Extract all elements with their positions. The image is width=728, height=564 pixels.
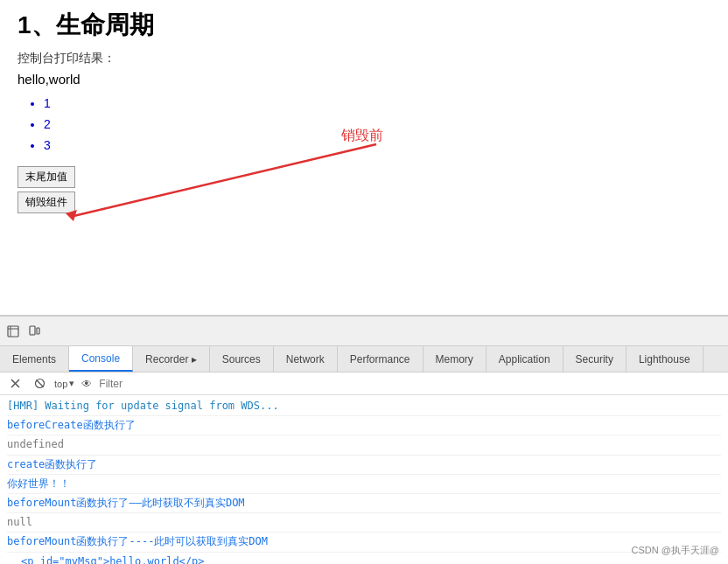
svg-rect-6 bbox=[37, 328, 39, 334]
console-line-5: beforeMount函数执行了——此时获取不到真实DOM bbox=[7, 494, 721, 513]
svg-point-7 bbox=[32, 333, 32, 334]
tab-security[interactable]: Security bbox=[564, 346, 626, 372]
tab-application[interactable]: Application bbox=[486, 346, 564, 372]
console-line-0: [HMR] Waiting for update signal from WDS… bbox=[7, 397, 721, 416]
console-filter-bar: top ▾ 👁 bbox=[0, 373, 728, 395]
devtools-tabs: Elements Console Recorder ▸ Sources Netw… bbox=[0, 346, 728, 373]
devtools-panel: Elements Console Recorder ▸ Sources Netw… bbox=[0, 315, 728, 564]
annotation-text: 销毁前 bbox=[341, 127, 383, 145]
page-title: 1、生命周期 bbox=[18, 9, 710, 42]
destroy-button[interactable]: 销毁组件 bbox=[18, 191, 75, 213]
hello-world-text: hello,world bbox=[18, 72, 710, 87]
arrow-overlay bbox=[0, 0, 728, 315]
tab-recorder[interactable]: Recorder ▸ bbox=[133, 346, 210, 372]
console-line-8: <p id="myMsg">hello,world</p> bbox=[7, 553, 721, 565]
console-line-6: null bbox=[7, 513, 721, 533]
main-content: 1、生命周期 控制台打印结果： hello,world 1 2 3 末尾加值 销… bbox=[0, 0, 728, 315]
clear-console-icon[interactable] bbox=[5, 374, 24, 393]
buttons-area: 末尾加值 销毁组件 bbox=[18, 166, 75, 213]
tab-elements[interactable]: Elements bbox=[0, 346, 69, 372]
devtools-toolbar bbox=[0, 317, 728, 346]
tab-performance[interactable]: Performance bbox=[338, 346, 424, 372]
console-line-2: undefined bbox=[7, 435, 721, 455]
top-filter-label[interactable]: top ▾ bbox=[54, 378, 74, 389]
svg-rect-2 bbox=[8, 326, 18, 337]
svg-line-11 bbox=[36, 380, 43, 387]
eye-icon[interactable]: 👁 bbox=[80, 377, 94, 391]
tab-memory[interactable]: Memory bbox=[424, 346, 486, 372]
console-line-3: create函数执行了 bbox=[7, 456, 721, 475]
add-button[interactable]: 末尾加值 bbox=[18, 166, 75, 188]
tab-sources[interactable]: Sources bbox=[210, 346, 274, 372]
console-line-1: beforeCreate函数执行了 bbox=[7, 416, 721, 435]
console-line-4: 你好世界！！ bbox=[7, 475, 721, 494]
console-label: 控制台打印结果： bbox=[18, 51, 710, 66]
tab-network[interactable]: Network bbox=[274, 346, 338, 372]
filter-input[interactable] bbox=[99, 378, 723, 390]
csdn-watermark: CSDN @执手天涯@ bbox=[631, 544, 719, 557]
console-line-7: beforeMount函数执行了----此时可以获取到真实DOM bbox=[7, 533, 721, 552]
tab-console[interactable]: Console bbox=[69, 346, 133, 372]
mobile-device-icon[interactable] bbox=[24, 322, 44, 341]
list-item-1: 1 bbox=[44, 94, 710, 115]
console-output: [HMR] Waiting for update signal from WDS… bbox=[0, 395, 728, 564]
tab-lighthouse[interactable]: Lighthouse bbox=[626, 346, 704, 372]
stop-icon[interactable] bbox=[30, 374, 49, 393]
inspect-element-icon[interactable] bbox=[4, 322, 23, 341]
list-items: 1 2 3 bbox=[18, 94, 710, 156]
